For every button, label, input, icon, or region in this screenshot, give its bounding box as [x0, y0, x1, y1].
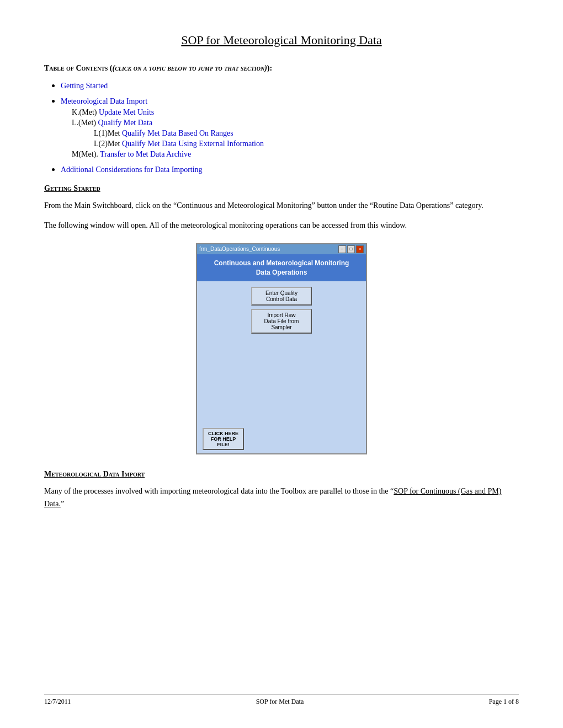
window-screenshot: frm_DataOperations_Continuous − □ × Cont…: [44, 243, 519, 455]
toc-item-additional: Additional Considerations for Data Impor…: [61, 164, 519, 174]
minimize-button[interactable]: −: [338, 245, 346, 253]
win-body: Enter Quality Control Data Import Raw Da…: [197, 281, 366, 425]
met-data-import-heading: Meteorological Data Import: [44, 470, 519, 479]
win-header-line1: Continuous and Meteorological Monitoring: [203, 259, 360, 268]
win-footer: CLICK HERE FOR HELP FILE!: [197, 425, 366, 453]
toc-subitem-m-prefix: M(Met).: [72, 150, 100, 158]
maximize-button[interactable]: □: [347, 245, 355, 253]
toc-list: Getting Started Meteorological Data Impo…: [61, 81, 519, 174]
help-file-button[interactable]: CLICK HERE FOR HELP FILE!: [203, 428, 244, 450]
toc-link-qualify-external[interactable]: Qualify Met Data Using External Informat…: [122, 140, 264, 148]
win-header: Continuous and Meteorological Monitoring…: [197, 254, 366, 282]
footer-right: Page 1 of 8: [489, 698, 519, 706]
toc-section: Table of Contents ((click on a topic bel…: [44, 64, 519, 174]
getting-started-para1: From the Main Switchboard, click on the …: [44, 200, 519, 212]
import-raw-button[interactable]: Import Raw Data File from Sampler: [251, 309, 312, 334]
getting-started-section: Getting Started From the Main Switchboar…: [44, 184, 519, 454]
footer-left: 12/7/2011: [44, 698, 71, 706]
footer-center: SOP for Met Data: [256, 698, 304, 706]
toc-link-additional[interactable]: Additional Considerations for Data Impor…: [61, 165, 203, 174]
win-controls: − □ ×: [338, 245, 364, 253]
toc-subitem-k: K.(Met) Update Met Units: [72, 108, 519, 117]
getting-started-para2: The following window will open. All of t…: [44, 220, 519, 232]
met-data-import-section: Meteorological Data Import Many of the p…: [44, 470, 519, 510]
toc-subitem-l: L.(Met) Qualify Met Data: [72, 119, 519, 127]
toc-heading-text: Table of Contents ((click on a topic bel…: [44, 64, 272, 72]
toc-heading: Table of Contents ((click on a topic bel…: [44, 64, 519, 73]
toc-subitem-l2-prefix: L(2)Met: [94, 140, 122, 148]
page-title: SOP for Meteorological Monitoring Data: [44, 33, 519, 47]
win-titlebar: frm_DataOperations_Continuous − □ ×: [197, 244, 366, 254]
getting-started-heading: Getting Started: [44, 184, 519, 193]
toc-subitem-k-prefix: K.(Met): [72, 108, 99, 116]
enter-qc-button[interactable]: Enter Quality Control Data: [251, 287, 312, 306]
toc-subitem-m: M(Met). Transfer to Met Data Archive: [72, 150, 519, 159]
toc-item-met-import: Meteorological Data Import K.(Met) Updat…: [61, 96, 519, 159]
toc-link-met-import[interactable]: Meteorological Data Import: [61, 97, 147, 105]
toc-link-qualify-ranges[interactable]: Qualify Met Data Based On Ranges: [122, 129, 233, 137]
met-data-import-para1: Many of the processes involved with impo…: [44, 485, 519, 510]
win-header-line2: Data Operations: [203, 268, 360, 277]
win-box: frm_DataOperations_Continuous − □ × Cont…: [196, 243, 367, 455]
toc-link-getting-started[interactable]: Getting Started: [61, 82, 108, 90]
toc-link-update-met-units[interactable]: Update Met Units: [99, 108, 154, 116]
toc-link-qualify-met[interactable]: Qualify Met Data: [98, 119, 152, 127]
page-footer: 12/7/2011 SOP for Met Data Page 1 of 8: [44, 694, 519, 706]
toc-subitem-l1-prefix: L(1)Met: [94, 129, 122, 137]
document-page: SOP for Meteorological Monitoring Data T…: [0, 0, 563, 728]
toc-subitem-l1: L(1)Met Qualify Met Data Based On Ranges: [94, 129, 519, 138]
win-titlebar-title: frm_DataOperations_Continuous: [199, 246, 280, 252]
toc-item-getting-started: Getting Started: [61, 81, 519, 90]
toc-subitem-l-prefix: L.(Met): [72, 119, 98, 127]
close-button[interactable]: ×: [356, 245, 364, 253]
toc-subitem-l2: L(2)Met Qualify Met Data Using External …: [94, 140, 519, 148]
toc-link-transfer-archive[interactable]: Transfer to Met Data Archive: [100, 150, 191, 158]
toc-sublist: K.(Met) Update Met Units L.(Met) Qualify…: [72, 108, 519, 159]
